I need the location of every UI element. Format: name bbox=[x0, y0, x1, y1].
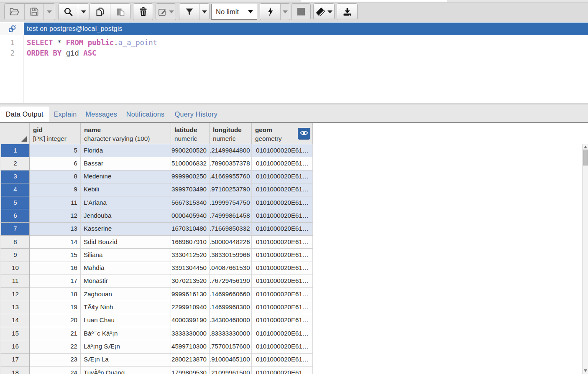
cell-gid[interactable]: 13 bbox=[30, 223, 81, 236]
cell-name[interactable]: Luan Chau bbox=[81, 314, 171, 327]
find-options-button[interactable] bbox=[78, 4, 89, 20]
cell-latitude[interactable]: 9900200520 bbox=[171, 144, 210, 157]
cell-latitude[interactable]: 1669607910 bbox=[171, 236, 210, 249]
cell-name[interactable]: Láº¡ng SÆ¡n bbox=[81, 340, 171, 353]
cell-latitude[interactable]: 9999616130 bbox=[171, 288, 210, 301]
row-number-cell[interactable]: 2 bbox=[0, 157, 30, 170]
cell-longitude[interactable]: .71669850332 bbox=[210, 223, 252, 236]
row-number-cell[interactable]: 3 bbox=[0, 170, 30, 183]
column-header-geom[interactable]: geomgeometry bbox=[252, 123, 313, 144]
cell-latitude[interactable]: 3333330000 bbox=[171, 327, 210, 340]
cell-name[interactable]: Monastir bbox=[81, 275, 171, 288]
row-limit-select[interactable]: No limit bbox=[211, 4, 257, 20]
filter-options-button[interactable] bbox=[199, 4, 209, 20]
view-geometry-button[interactable] bbox=[298, 128, 310, 140]
cell-name[interactable]: Siliana bbox=[81, 249, 171, 262]
cell-gid[interactable]: 21 bbox=[30, 327, 81, 340]
cell-name[interactable]: Florida bbox=[81, 144, 171, 157]
execute-options-button[interactable] bbox=[280, 4, 290, 20]
cell-latitude[interactable]: 3999703490 bbox=[171, 183, 210, 196]
cell-name[interactable]: Sdid Bouzid bbox=[81, 236, 171, 249]
cell-latitude[interactable]: 1670310480 bbox=[171, 223, 210, 236]
cell-geom[interactable]: 0101000020E61… bbox=[252, 223, 313, 236]
cell-longitude[interactable]: .76729456190 bbox=[210, 275, 252, 288]
cell-geom[interactable]: 0101000020E61… bbox=[252, 157, 313, 170]
cell-geom[interactable]: 0101000020E61… bbox=[252, 249, 313, 262]
cell-longitude[interactable]: .75700157600 bbox=[210, 340, 252, 353]
clear-button[interactable] bbox=[314, 4, 334, 20]
cell-geom[interactable]: 0101000020E61… bbox=[252, 354, 313, 366]
open-file-button[interactable] bbox=[5, 4, 24, 20]
stop-button[interactable] bbox=[291, 4, 310, 20]
cell-longitude[interactable]: .50000448226 bbox=[210, 236, 252, 249]
cell-longitude[interactable]: .38330159966 bbox=[210, 249, 252, 262]
filter-button[interactable] bbox=[179, 4, 199, 20]
row-number-cell[interactable]: 8 bbox=[0, 236, 30, 249]
row-number-cell[interactable]: 1 bbox=[0, 144, 30, 157]
cell-gid[interactable]: 20 bbox=[30, 314, 81, 327]
copy-button[interactable] bbox=[90, 4, 110, 20]
cell-geom[interactable]: 0101000020E61… bbox=[252, 183, 313, 196]
cell-geom[interactable]: 0101000020E61… bbox=[252, 236, 313, 249]
cell-latitude[interactable]: 3330412520 bbox=[171, 249, 210, 262]
row-number-cell[interactable]: 11 bbox=[0, 275, 30, 288]
cell-geom[interactable]: 0101000020E61… bbox=[252, 366, 313, 374]
execute-button[interactable] bbox=[260, 4, 280, 20]
cell-geom[interactable]: 0101000020E61… bbox=[252, 170, 313, 183]
cell-geom[interactable]: 0101000020E61… bbox=[252, 196, 313, 209]
row-number-cell[interactable]: 14 bbox=[0, 314, 30, 327]
cell-gid[interactable]: 12 bbox=[30, 209, 81, 222]
row-number-cell[interactable]: 16 bbox=[0, 340, 30, 353]
cell-geom[interactable]: 0101000020E61… bbox=[252, 275, 313, 288]
cell-name[interactable]: Bassar bbox=[81, 157, 171, 170]
cell-latitude[interactable]: 2800213870 bbox=[171, 354, 210, 366]
cell-gid[interactable]: 11 bbox=[30, 196, 81, 209]
cell-gid[interactable]: 8 bbox=[30, 170, 81, 183]
cell-geom[interactable]: 0101000020E61… bbox=[252, 288, 313, 301]
row-number-cell[interactable]: 9 bbox=[0, 249, 30, 262]
cell-name[interactable]: Jendouba bbox=[81, 209, 171, 222]
find-button[interactable] bbox=[59, 4, 78, 20]
cell-geom[interactable]: 0101000020E61… bbox=[252, 209, 313, 222]
cell-longitude[interactable]: .78900357378 bbox=[210, 157, 252, 170]
edit-button[interactable] bbox=[156, 4, 176, 20]
tab-messages[interactable]: Messages bbox=[82, 107, 122, 122]
column-header-gid[interactable]: gid[PK] integer bbox=[30, 123, 81, 144]
row-number-cell[interactable]: 12 bbox=[0, 288, 30, 301]
cell-latitude[interactable]: 3391304450 bbox=[171, 262, 210, 275]
cell-longitude[interactable]: .74999861458 bbox=[210, 209, 252, 222]
row-number-cell[interactable]: 13 bbox=[0, 301, 30, 314]
cell-name[interactable]: L'Ariana bbox=[81, 196, 171, 209]
cell-latitude[interactable]: 4000399190 bbox=[171, 314, 210, 327]
column-header-name[interactable]: namecharacter varying (100) bbox=[81, 123, 171, 144]
cell-latitude[interactable]: 4599710300 bbox=[171, 340, 210, 353]
cell-gid[interactable]: 18 bbox=[30, 288, 81, 301]
cell-geom[interactable]: 0101000020E61… bbox=[252, 144, 313, 157]
row-number-cell[interactable]: 18 bbox=[0, 366, 30, 374]
cell-latitude[interactable]: 3070213520 bbox=[171, 275, 210, 288]
cell-gid[interactable]: 9 bbox=[30, 183, 81, 196]
row-number-cell[interactable]: 15 bbox=[0, 327, 30, 340]
cell-latitude[interactable]: 1799809530 bbox=[171, 366, 210, 374]
cell-latitude[interactable]: 5100006832 bbox=[171, 157, 210, 170]
row-number-cell[interactable]: 4 bbox=[0, 183, 30, 196]
scroll-up-arrow-icon[interactable] bbox=[584, 146, 587, 148]
cell-geom[interactable]: 0101000020E61… bbox=[252, 262, 313, 275]
cell-longitude[interactable]: .97100253790 bbox=[210, 183, 252, 196]
row-number-cell[interactable]: 10 bbox=[0, 262, 30, 275]
cell-gid[interactable]: 17 bbox=[30, 275, 81, 288]
delete-button[interactable] bbox=[133, 4, 153, 20]
cell-name[interactable]: TuyÃªn Quang bbox=[81, 366, 171, 374]
cell-gid[interactable]: 5 bbox=[30, 144, 81, 157]
cell-latitude[interactable]: 2299910940 bbox=[171, 301, 210, 314]
cell-name[interactable]: Mahdia bbox=[81, 262, 171, 275]
download-button[interactable] bbox=[337, 4, 357, 20]
row-number-cell[interactable]: 5 bbox=[0, 196, 30, 209]
cell-geom[interactable]: 0101000020E61… bbox=[252, 327, 313, 340]
tab-data-output[interactable]: Data Output bbox=[0, 107, 49, 122]
cell-longitude[interactable]: .41669955760 bbox=[210, 170, 252, 183]
cell-gid[interactable]: 6 bbox=[30, 157, 81, 170]
scrollbar-thumb[interactable] bbox=[583, 150, 588, 165]
cell-name[interactable]: Kebili bbox=[81, 183, 171, 196]
save-file-button[interactable] bbox=[24, 4, 43, 20]
